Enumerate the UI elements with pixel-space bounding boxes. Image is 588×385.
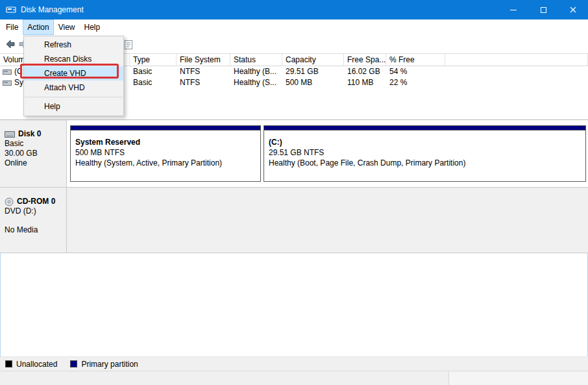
free-space-cell: 110 MB (344, 77, 386, 88)
cdrom0-title: CD-ROM 0 (5, 197, 64, 206)
capacity-cell: 500 MB (282, 77, 344, 88)
minimize-button[interactable] (498, 0, 528, 19)
disk0-status: Online (5, 158, 64, 168)
legend-item-primary-partition: Primary partition (70, 360, 138, 369)
status-cell: Healthy (S... (230, 77, 282, 88)
free-space-cell: 16.02 GB (344, 66, 386, 77)
pct-free-cell: 22 % (386, 77, 445, 88)
menu-item-attach-vhd[interactable]: Attach VHD (24, 81, 123, 95)
disk0-title: Disk 0 (5, 129, 64, 139)
disk0-row: Disk 0 Basic 30.00 GB Online System Rese… (0, 120, 588, 188)
window-title: Disk Management (21, 5, 84, 14)
legend-item-unallocated: Unallocated (5, 360, 57, 369)
file-system-cell: NTFS (177, 66, 230, 77)
partition-system-reserved[interactable]: System Reserved 500 MB NTFS Healthy (Sys… (70, 125, 261, 182)
primary-partition-swatch (70, 360, 77, 367)
partition-size: 29.51 GB NTFS (269, 147, 583, 158)
partition-status: Healthy (Boot, Page File, Crash Dump, Pr… (269, 158, 583, 168)
menu-item-help[interactable]: Help (24, 99, 123, 114)
legend: Unallocated Primary partition (0, 356, 588, 371)
partition-color-bar (264, 126, 585, 130)
cdrom0-header[interactable]: CD-ROM 0 DVD (D:) No Media (0, 188, 67, 253)
action-menu: Refresh Rescan Disks Create VHD Attach V… (23, 36, 124, 116)
column-header-free-space[interactable]: Free Spa... (344, 54, 386, 66)
disk0-partitions: System Reserved 500 MB NTFS Healthy (Sys… (67, 120, 588, 187)
status-cell: Healthy (B... (230, 66, 282, 77)
menubar: File Action View Help (0, 19, 588, 36)
partition-name: (C:) (269, 137, 583, 147)
menu-item-refresh[interactable]: Refresh (24, 38, 123, 52)
disk-management-app-icon (6, 5, 16, 14)
close-icon (570, 6, 576, 13)
column-header-blank (445, 54, 588, 66)
column-header-file-system[interactable]: File System (177, 54, 230, 66)
partition-size: 500 MB NTFS (75, 147, 258, 158)
titlebar: Disk Management (0, 0, 588, 19)
cdrom0-row: CD-ROM 0 DVD (D:) No Media (0, 188, 588, 253)
menu-action[interactable]: Action (23, 19, 53, 35)
status-bar (0, 371, 588, 385)
file-system-cell: NTFS (177, 77, 230, 88)
maximize-icon (541, 7, 546, 13)
partition-c[interactable]: (C:) 29.51 GB NTFS Healthy (Boot, Page F… (263, 125, 586, 182)
menu-help[interactable]: Help (80, 19, 105, 35)
maximize-button[interactable] (528, 0, 558, 19)
disk0-type: Basic (5, 139, 64, 149)
partition-name: System Reserved (75, 137, 258, 147)
cdrom0-status: No Media (5, 225, 64, 235)
close-button[interactable] (558, 0, 588, 19)
column-header-pct-free[interactable]: % Free (386, 54, 445, 66)
partition-status: Healthy (System, Active, Primary Partiti… (75, 158, 258, 168)
back-icon[interactable] (5, 40, 16, 49)
menu-item-create-vhd[interactable]: Create VHD (24, 66, 123, 81)
menu-view[interactable]: View (54, 19, 80, 35)
type-cell: Basic (130, 66, 177, 77)
properties-document-icon[interactable] (124, 40, 133, 50)
column-header-capacity[interactable]: Capacity (282, 54, 344, 66)
disk0-header[interactable]: Disk 0 Basic 30.00 GB Online (0, 120, 67, 187)
capacity-cell: 29.51 GB (282, 66, 344, 77)
disk-management-window: Disk Management File Action View Help Vo… (0, 0, 588, 385)
menu-item-rescan-disks[interactable]: Rescan Disks (24, 52, 123, 66)
minimize-icon (510, 10, 517, 10)
volume-icon (3, 68, 12, 75)
pct-free-cell: 54 % (386, 66, 445, 77)
cdrom0-type: DVD (D:) (5, 206, 64, 216)
disk0-size: 30.00 GB (5, 149, 64, 158)
volume-icon (3, 79, 12, 86)
type-cell: Basic (130, 77, 177, 88)
status-bar-pane (448, 371, 588, 385)
hard-disk-icon (5, 130, 15, 138)
cd-disc-icon (5, 197, 14, 206)
cdrom-media-area (67, 188, 588, 253)
column-header-type[interactable]: Type (130, 54, 177, 66)
menu-separator (25, 97, 123, 97)
column-header-status[interactable]: Status (230, 54, 282, 66)
window-controls (498, 0, 588, 19)
unallocated-swatch (5, 360, 12, 367)
menu-file[interactable]: File (1, 19, 23, 35)
partition-color-bar (71, 126, 260, 130)
